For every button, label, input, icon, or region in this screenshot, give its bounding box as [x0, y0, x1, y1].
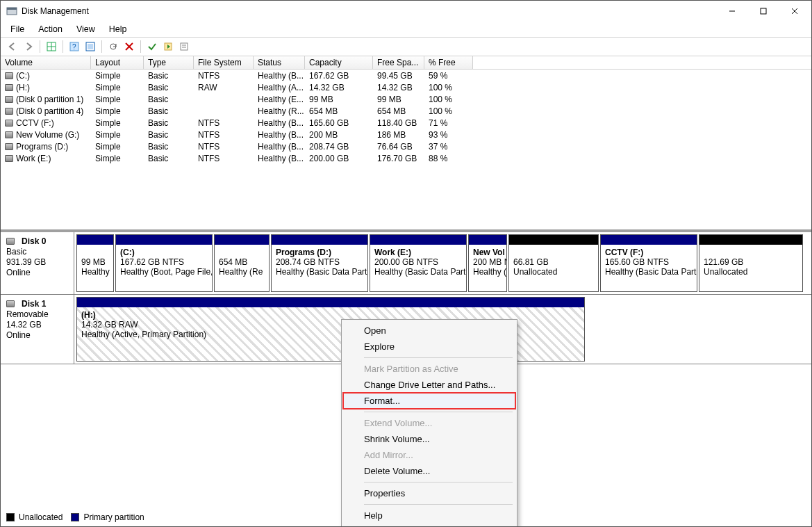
disk0-type: Basic: [6, 247, 68, 257]
window-title: Disk Management: [22, 6, 716, 16]
menu-bar: File Action View Help: [1, 22, 811, 37]
delete-icon[interactable]: [122, 39, 137, 54]
disk0-name: Disk 0: [22, 236, 46, 246]
menu-action[interactable]: Action: [31, 23, 69, 35]
svg-rect-1: [7, 8, 17, 10]
disk1-label[interactable]: Disk 1 Removable 14.32 GB Online: [1, 295, 74, 364]
svg-rect-3: [761, 8, 766, 14]
disk-row-0: Disk 0 Basic 931.39 GB Online 99 MBHealt…: [1, 232, 811, 295]
legend: Unallocated Primary partition: [6, 512, 144, 522]
partition-title: (H:): [81, 310, 580, 320]
disk0-partition[interactable]: CCTV (F:)165.60 GB NTFSHealthy (Basic Da…: [600, 234, 697, 292]
disk1-type: Removable: [6, 309, 68, 319]
swatch-primary: [71, 513, 79, 521]
col-free[interactable]: Free Spa...: [373, 56, 424, 69]
help-icon[interactable]: ?: [67, 39, 82, 54]
check-icon[interactable]: [144, 39, 160, 54]
menu-help[interactable]: Help: [102, 23, 134, 35]
disk1-size: 14.32 GB: [6, 320, 68, 330]
swatch-unallocated: [6, 513, 15, 521]
svg-rect-17: [181, 43, 188, 50]
disk0-partition[interactable]: Work (E:)200.00 GB NTFSHealthy (Basic Da…: [370, 234, 467, 292]
disk0-label[interactable]: Disk 0 Basic 931.39 GB Online: [1, 232, 74, 294]
disk0-partition[interactable]: 66.81 GBUnallocated: [508, 234, 599, 292]
legend-primary: Primary partition: [83, 512, 144, 522]
partition-bar: [77, 298, 584, 307]
minimize-button[interactable]: [716, 1, 747, 22]
volume-row[interactable]: (Disk 0 partition 1)SimpleBasicHealthy (…: [1, 93, 811, 105]
volume-row[interactable]: New Volume (G:)SimpleBasicNTFSHealthy (B…: [1, 129, 811, 140]
svg-text:?: ?: [72, 43, 76, 51]
close-button[interactable]: [779, 1, 810, 22]
menu-view[interactable]: View: [69, 23, 102, 35]
properties-icon[interactable]: [176, 39, 192, 54]
volume-row[interactable]: CCTV (F:)SimpleBasicNTFSHealthy (B...165…: [1, 117, 811, 129]
disk0-partition[interactable]: 121.69 GBUnallocated: [699, 234, 803, 292]
refresh-icon[interactable]: [106, 39, 121, 54]
volume-row[interactable]: Work (E:)SimpleBasicNTFSHealthy (B...200…: [1, 152, 811, 164]
toolbar: ?: [1, 37, 811, 56]
context-format[interactable]: Format...: [343, 393, 515, 409]
disk0-partition[interactable]: Programs (D:)208.74 GB NTFSHealthy (Basi…: [271, 234, 368, 292]
volume-row[interactable]: (C:)SimpleBasicNTFSHealthy (B...167.62 G…: [1, 70, 811, 81]
volume-row[interactable]: (Disk 0 partition 4)SimpleBasicHealthy (…: [1, 105, 811, 117]
context-menu: Open Explore Mark Partition as Active Ch…: [341, 319, 517, 527]
col-type[interactable]: Type: [144, 56, 194, 69]
disk-icon: [6, 300, 15, 307]
reload-icon[interactable]: [160, 39, 176, 54]
disk0-partition[interactable]: 654 MBHealthy (Re: [214, 234, 270, 292]
disk0-partition[interactable]: New Vol200 MB NHealthy (: [468, 234, 507, 292]
disk1-name: Disk 1: [22, 299, 46, 309]
col-filesystem[interactable]: File System: [194, 56, 254, 69]
col-status[interactable]: Status: [254, 56, 305, 69]
context-shrink-volume[interactable]: Shrink Volume...: [343, 431, 515, 447]
menu-file[interactable]: File: [3, 23, 31, 35]
title-bar: Disk Management: [1, 1, 811, 22]
context-help[interactable]: Help: [343, 508, 515, 524]
context-open[interactable]: Open: [343, 323, 515, 339]
maximize-button[interactable]: [747, 1, 779, 22]
back-icon[interactable]: [5, 39, 20, 54]
volume-row[interactable]: (H:)SimpleBasicRAWHealthy (A...14.32 GB1…: [1, 81, 811, 93]
context-mark-active: Mark Partition as Active: [343, 361, 515, 377]
disk1-status: Online: [6, 330, 68, 340]
disk0-size: 931.39 GB: [6, 257, 68, 267]
legend-unallocated: Unallocated: [19, 512, 63, 522]
context-delete-volume[interactable]: Delete Volume...: [343, 463, 515, 479]
col-capacity[interactable]: Capacity: [305, 56, 373, 69]
context-add-mirror: Add Mirror...: [343, 447, 515, 463]
disk0-partition[interactable]: (C:)167.62 GB NTFSHealthy (Boot, Page Fi…: [115, 234, 213, 292]
disk0-status: Online: [6, 268, 68, 277]
context-change-drive-letter[interactable]: Change Drive Letter and Paths...: [343, 377, 515, 393]
volume-list-header: Volume Layout Type File System Status Ca…: [1, 56, 811, 70]
svg-rect-12: [88, 44, 93, 49]
context-explore[interactable]: Explore: [343, 339, 515, 355]
forward-icon[interactable]: [21, 39, 36, 54]
col-volume[interactable]: Volume: [1, 56, 91, 69]
app-icon: [6, 6, 17, 17]
disk-icon: [6, 238, 15, 245]
volume-list[interactable]: Volume Layout Type File System Status Ca…: [1, 56, 811, 230]
disk0-partition[interactable]: 99 MBHealthy: [76, 234, 114, 292]
context-properties[interactable]: Properties: [343, 485, 515, 501]
settings-icon[interactable]: [83, 39, 98, 54]
volume-row[interactable]: Programs (D:)SimpleBasicNTFSHealthy (B..…: [1, 140, 811, 152]
grid-icon[interactable]: [44, 39, 59, 54]
context-extend-volume: Extend Volume...: [343, 415, 515, 431]
col-layout[interactable]: Layout: [91, 56, 144, 69]
col-pctfree[interactable]: % Free: [424, 56, 473, 69]
